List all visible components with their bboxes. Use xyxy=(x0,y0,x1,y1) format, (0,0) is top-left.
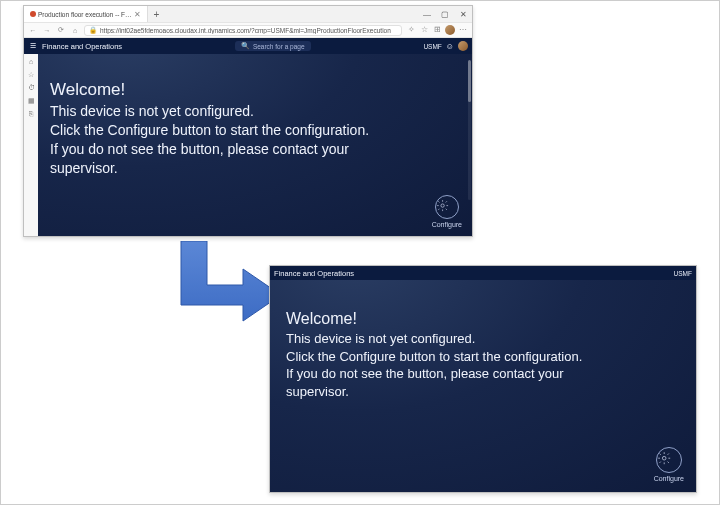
welcome-line-2: Click the Configure button to start the … xyxy=(286,348,656,366)
rail-home-icon[interactable]: ⌂ xyxy=(27,58,35,66)
address-url: https://int02ae5fdemoaos.cloudax.int.dyn… xyxy=(100,27,391,34)
welcome-message: Welcome! This device is not yet configur… xyxy=(38,54,418,181)
configure-label: Configure xyxy=(654,475,684,482)
gear-icon xyxy=(436,199,458,214)
welcome-message: Welcome! This device is not yet configur… xyxy=(270,280,670,400)
browser-address-bar: ← → ⟳ ⌂ 🔒 https://int02ae5fdemoaos.cloud… xyxy=(24,22,472,38)
rail-recent-icon[interactable]: ⏱ xyxy=(27,84,35,92)
profile-avatar-icon[interactable] xyxy=(445,25,455,35)
welcome-line-2: Click the Configure button to start the … xyxy=(50,121,408,140)
transition-arrow-icon xyxy=(173,241,283,336)
nav-home-icon[interactable]: ⌂ xyxy=(70,27,80,34)
fo-search-placeholder: Search for a page xyxy=(253,43,305,50)
fo-top-bar: Finance and Operations USMF xyxy=(270,266,696,280)
feedback-smile-icon[interactable]: ☺ xyxy=(446,42,454,51)
configure-button[interactable]: Configure xyxy=(654,447,684,482)
more-menu-icon[interactable]: ⋯ xyxy=(458,25,468,35)
welcome-line-4: supervisor. xyxy=(286,383,656,401)
configure-circle xyxy=(656,447,682,473)
new-tab-button[interactable]: + xyxy=(148,9,166,20)
browser-tab[interactable]: Production floor execution -- F… ✕ xyxy=(24,6,148,22)
nav-refresh-icon[interactable]: ⟳ xyxy=(56,26,66,34)
fo-search-box[interactable]: 🔍 Search for a page xyxy=(235,41,311,51)
configure-label: Configure xyxy=(432,221,462,228)
gear-icon xyxy=(657,451,681,468)
welcome-heading: Welcome! xyxy=(286,310,656,328)
screenshot-browser-window: Production floor execution -- F… ✕ + — ▢… xyxy=(23,5,473,237)
scrollbar-thumb[interactable] xyxy=(468,60,471,102)
nav-forward-icon[interactable]: → xyxy=(42,27,52,34)
welcome-line-1: This device is not yet configured. xyxy=(50,102,408,121)
vertical-scrollbar[interactable] xyxy=(468,60,471,200)
user-avatar-icon[interactable] xyxy=(458,41,468,51)
browser-titlebar: Production floor execution -- F… ✕ + — ▢… xyxy=(24,6,472,22)
fo-brand-label: Finance and Operations xyxy=(274,269,354,278)
fo-top-bar: ☰ Finance and Operations 🔍 Search for a … xyxy=(24,38,472,54)
configure-circle xyxy=(435,195,459,219)
welcome-line-3: If you do not see the button, please con… xyxy=(50,140,408,159)
company-picker[interactable]: USMF xyxy=(423,43,441,50)
fo-brand-label: Finance and Operations xyxy=(42,42,122,51)
hamburger-icon[interactable]: ☰ xyxy=(28,42,38,50)
company-picker[interactable]: USMF xyxy=(674,270,692,277)
configure-button[interactable]: Configure xyxy=(432,195,462,228)
rail-modules-icon[interactable]: ▦ xyxy=(27,97,35,105)
search-icon: 🔍 xyxy=(241,42,250,50)
fo-main-panel: Welcome! This device is not yet configur… xyxy=(270,280,696,492)
screenshot-fullscreen-window: Finance and Operations USMF Welcome! Thi… xyxy=(269,265,697,493)
favicon-icon xyxy=(30,11,36,17)
welcome-line-4-cropped: supervisor. xyxy=(50,159,408,181)
favorites-icon[interactable]: ☆ xyxy=(419,25,429,35)
tab-close-icon[interactable]: ✕ xyxy=(134,10,141,19)
tab-title: Production floor execution -- F… xyxy=(38,11,132,18)
welcome-heading: Welcome! xyxy=(50,80,408,100)
rail-links-icon[interactable]: ⎘ xyxy=(27,110,35,118)
fo-left-rail: ⌂ ☆ ⏱ ▦ ⎘ xyxy=(24,54,38,236)
lock-icon: 🔒 xyxy=(89,26,97,34)
rail-favorites-icon[interactable]: ☆ xyxy=(27,71,35,79)
welcome-line-3: If you do not see the button, please con… xyxy=(286,365,656,383)
svg-point-1 xyxy=(662,457,666,461)
fo-main-panel: Welcome! This device is not yet configur… xyxy=(38,54,472,236)
address-field[interactable]: 🔒 https://int02ae5fdemoaos.cloudax.int.d… xyxy=(84,25,402,36)
window-minimize-button[interactable]: — xyxy=(418,6,436,22)
window-close-button[interactable]: ✕ xyxy=(454,6,472,22)
collections-icon[interactable]: ⊞ xyxy=(432,25,442,35)
window-maximize-button[interactable]: ▢ xyxy=(436,6,454,22)
welcome-line-1: This device is not yet configured. xyxy=(286,330,656,348)
extensions-icon[interactable]: ✧ xyxy=(406,25,416,35)
nav-back-icon[interactable]: ← xyxy=(28,27,38,34)
svg-point-0 xyxy=(441,204,444,207)
browser-toolbar-right: ✧ ☆ ⊞ ⋯ xyxy=(406,25,468,35)
